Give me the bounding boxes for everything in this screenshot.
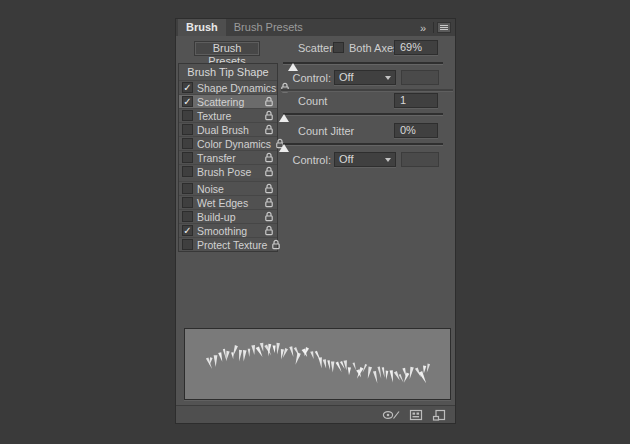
checkbox-icon[interactable]: ✓: [182, 225, 193, 236]
count-jitter-label: Count Jitter: [298, 125, 354, 137]
sidebar-item-label: Smoothing: [197, 225, 247, 237]
panel-body: Brush Presets Brush Tip Shape ✓Shape Dyn…: [176, 36, 455, 423]
collapse-panel-icon[interactable]: »: [415, 22, 430, 34]
count-jitter-value-input[interactable]: 0%: [394, 123, 438, 138]
brush-presets-button[interactable]: Brush Presets: [194, 41, 260, 56]
count-jitter-control-dropdown[interactable]: Off: [334, 152, 396, 167]
checkbox-icon[interactable]: [182, 110, 193, 121]
lock-icon[interactable]: [264, 152, 274, 163]
chevron-down-icon: [385, 158, 391, 162]
brush-panel: Brush Brush Presets » Brush Presets Brus…: [175, 18, 456, 424]
panel-footer: [176, 405, 455, 423]
section-divider: [281, 89, 453, 91]
sidebar-item-transfer[interactable]: Transfer: [179, 150, 277, 164]
sidebar-item-wet-edges[interactable]: Wet Edges: [179, 195, 277, 209]
lock-icon[interactable]: [264, 96, 274, 107]
sidebar-item-color-dynamics[interactable]: Color Dynamics: [179, 136, 277, 150]
scatter-control-dropdown[interactable]: Off: [334, 70, 396, 85]
sidebar-item-label: Texture: [197, 110, 231, 122]
lock-icon[interactable]: [271, 239, 281, 250]
sidebar-item-shape-dynamics[interactable]: ✓Shape Dynamics: [179, 80, 277, 94]
checkbox-icon[interactable]: [182, 197, 193, 208]
sidebar-item-label: Scattering: [197, 96, 244, 108]
slider-thumb[interactable]: [288, 63, 298, 71]
lock-icon[interactable]: [264, 211, 274, 222]
panel-menu-icon[interactable]: [437, 22, 451, 33]
sidebar-item-label: Wet Edges: [197, 197, 248, 209]
sidebar-item-texture[interactable]: Texture: [179, 108, 277, 122]
lock-icon[interactable]: [264, 197, 274, 208]
tab-brush[interactable]: Brush: [178, 19, 226, 36]
dropdown-value: Off: [339, 153, 353, 166]
checkbox-icon[interactable]: [182, 183, 193, 194]
brush-stroke-preview-canvas: [185, 329, 450, 399]
tabbar-divider: [433, 22, 434, 33]
sidebar-item-label: Shape Dynamics: [197, 82, 276, 94]
checkbox-icon[interactable]: [182, 124, 193, 135]
sidebar-list: ✓Shape Dynamics✓ScatteringTextureDual Br…: [179, 80, 277, 251]
slider-track: [283, 143, 443, 145]
count-label: Count: [298, 95, 327, 107]
tab-brush-presets[interactable]: Brush Presets: [226, 19, 311, 36]
sidebar-item-brush-tip-shape[interactable]: Brush Tip Shape: [179, 64, 277, 80]
checkbox-icon[interactable]: [182, 152, 193, 163]
sidebar-item-label: Color Dynamics: [197, 138, 271, 150]
sidebar-item-label: Build-up: [197, 211, 236, 223]
checkbox-icon[interactable]: [182, 138, 193, 149]
scatter-control-label: Control:: [281, 72, 331, 84]
count-value-input[interactable]: 1: [394, 93, 438, 108]
sidebar-item-smoothing[interactable]: ✓Smoothing: [179, 223, 277, 237]
lock-icon[interactable]: [264, 124, 274, 135]
both-axes-label[interactable]: Both Axes: [349, 42, 399, 54]
count-jitter-control-label: Control:: [281, 154, 331, 166]
lock-icon[interactable]: [264, 110, 274, 121]
checkbox-icon[interactable]: [182, 166, 193, 177]
count-slider[interactable]: [283, 111, 443, 123]
sidebar-item-scattering[interactable]: ✓Scattering: [179, 94, 277, 108]
scatter-label: Scatter: [298, 42, 333, 54]
scatter-value-input[interactable]: 69%: [394, 40, 438, 55]
lock-icon[interactable]: [264, 183, 274, 194]
dropdown-value: Off: [339, 71, 353, 84]
scatter-control-amount-disabled: [401, 70, 439, 85]
both-axes-checkbox[interactable]: [333, 42, 344, 53]
count-jitter-control-amount-disabled: [401, 152, 439, 167]
sidebar-item-label: Dual Brush: [197, 124, 249, 136]
sidebar-item-brush-pose[interactable]: Brush Pose: [179, 164, 277, 178]
sidebar-item-dual-brush[interactable]: Dual Brush: [179, 122, 277, 136]
open-preset-manager-icon[interactable]: [409, 409, 423, 423]
slider-track: [283, 62, 443, 64]
lock-icon[interactable]: [264, 225, 274, 236]
sidebar-item-label: Protect Texture: [197, 239, 267, 251]
chevron-down-icon: [385, 76, 391, 80]
slider-thumb[interactable]: [279, 114, 289, 122]
checkbox-icon[interactable]: [182, 239, 193, 250]
checkbox-icon[interactable]: ✓: [182, 96, 193, 107]
toggle-live-tip-brush-preview-icon[interactable]: [382, 409, 401, 423]
sidebar-item-label: Noise: [197, 183, 224, 195]
sidebar-item-label: Brush Pose: [197, 166, 251, 178]
lock-icon[interactable]: [264, 166, 274, 177]
panel-tab-bar: Brush Brush Presets »: [176, 19, 455, 36]
sidebar-item-label: Transfer: [197, 152, 236, 164]
brush-settings-sidebar: Brush Tip Shape ✓Shape Dynamics✓Scatteri…: [178, 63, 278, 252]
sidebar-item-build-up[interactable]: Build-up: [179, 209, 277, 223]
brush-stroke-preview: [184, 328, 451, 400]
create-new-brush-icon[interactable]: [432, 409, 446, 423]
sidebar-item-noise[interactable]: Noise: [179, 181, 277, 195]
checkbox-icon[interactable]: ✓: [182, 82, 193, 93]
slider-thumb[interactable]: [279, 144, 289, 152]
checkbox-icon[interactable]: [182, 211, 193, 222]
slider-track: [283, 113, 443, 115]
sidebar-item-protect-texture[interactable]: Protect Texture: [179, 237, 277, 251]
